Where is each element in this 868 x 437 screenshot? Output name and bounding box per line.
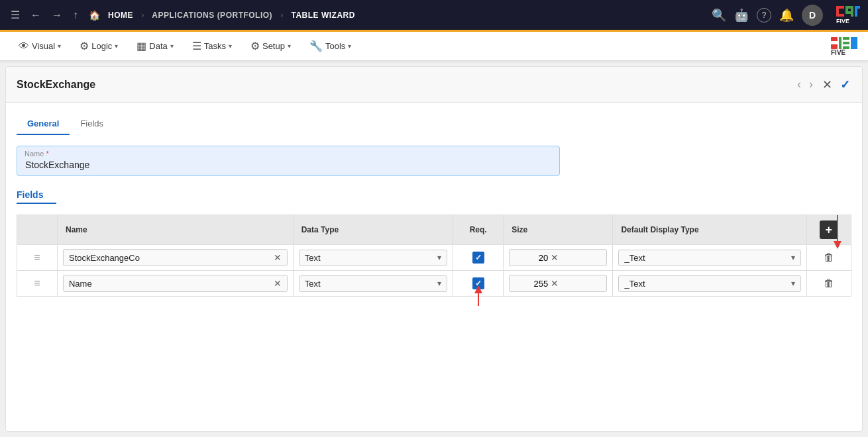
field-name-wrap-1: ✕ xyxy=(63,249,288,266)
size-input-1[interactable] xyxy=(515,253,548,263)
size-clear-1[interactable]: ✕ xyxy=(551,252,559,263)
display-text-1: _Text xyxy=(624,253,788,263)
svg-text:FIVE: FIVE xyxy=(831,49,846,56)
data-type-select-2[interactable]: Text ▾ xyxy=(299,275,447,292)
col-display-header: Default Display Type xyxy=(613,215,806,245)
user-avatar[interactable]: D xyxy=(802,5,823,26)
display-arrow-1: ▾ xyxy=(791,253,795,262)
name-input[interactable] xyxy=(17,146,560,176)
size-wrap-2: ✕ xyxy=(509,275,607,292)
required-indicator: * xyxy=(46,150,48,158)
tab-fields[interactable]: Fields xyxy=(70,113,114,135)
svg-rect-6 xyxy=(839,37,841,49)
delete-button-2[interactable]: 🗑 xyxy=(812,277,845,289)
nav-item-logic[interactable]: ⚙ Logic ▾ xyxy=(72,36,126,56)
col-name-header: Name xyxy=(57,215,293,245)
drag-handle-1[interactable]: ≡ xyxy=(23,252,52,264)
secondary-navigation: 👁 Visual ▾ ⚙ Logic ▾ ▦ Data ▾ ☰ Tasks ▾ … xyxy=(0,32,868,61)
svg-rect-5 xyxy=(831,41,838,44)
req-checkbox-cell-2 xyxy=(459,277,498,289)
type-cell-2: Text ▾ xyxy=(293,271,453,297)
svg-marker-1 xyxy=(845,6,853,17)
nav-arrows: ‹ › xyxy=(794,75,816,94)
tools-arrow: ▾ xyxy=(348,42,351,50)
up-icon[interactable]: ↑ xyxy=(70,7,81,24)
home-breadcrumb[interactable]: HOME xyxy=(108,11,133,20)
confirm-button[interactable]: ✓ xyxy=(839,76,851,93)
field-name-input-2[interactable] xyxy=(69,279,271,289)
size-input-2[interactable] xyxy=(515,279,548,289)
search-icon[interactable]: 🔍 xyxy=(712,8,726,23)
data-type-arrow-1: ▾ xyxy=(437,253,441,262)
five-logo-svg: FIVE xyxy=(836,6,860,24)
svg-marker-2 xyxy=(855,6,860,17)
field-clear-1[interactable]: ✕ xyxy=(274,252,282,263)
size-wrap-1: ✕ xyxy=(509,249,607,266)
data-type-text-2: Text xyxy=(305,279,435,289)
display-select-1[interactable]: _Text ▾ xyxy=(618,250,800,266)
tab-bar: General Fields xyxy=(17,113,851,135)
bot-icon[interactable]: 🤖 xyxy=(734,8,749,23)
col-add-header: + xyxy=(806,215,851,245)
visual-icon: 👁 xyxy=(19,40,29,52)
home-icon: 🏠 xyxy=(86,7,103,23)
svg-rect-7 xyxy=(843,37,849,40)
col-drag xyxy=(17,215,58,245)
menu-icon[interactable]: ☰ xyxy=(8,6,23,24)
req-checkbox-cell-1 xyxy=(459,252,498,264)
col-type-header: Data Type xyxy=(293,215,453,245)
help-icon[interactable]: ? xyxy=(757,8,771,23)
nav-label-visual: Visual xyxy=(32,41,55,51)
drag-cell-1: ≡ xyxy=(17,245,58,271)
add-field-button[interactable]: + xyxy=(820,220,838,239)
nav-item-data[interactable]: ▦ Data ▾ xyxy=(129,36,181,56)
display-arrow-2: ▾ xyxy=(791,279,795,288)
display-cell-1: _Text ▾ xyxy=(613,245,806,271)
tab-general[interactable]: General xyxy=(17,113,70,135)
field-clear-2[interactable]: ✕ xyxy=(274,278,282,289)
req-cell-1 xyxy=(453,245,504,271)
forward-icon[interactable]: → xyxy=(49,7,65,24)
action-wrap-1: 🗑 xyxy=(812,252,845,264)
back-icon[interactable]: ← xyxy=(28,7,44,24)
action-cell-2: 🗑 xyxy=(806,271,851,297)
field-name-input-1[interactable] xyxy=(69,253,271,263)
nav-item-tasks[interactable]: ☰ Tasks ▾ xyxy=(184,36,240,56)
nav-label-data: Data xyxy=(149,41,167,51)
setup-icon: ⚙ xyxy=(250,40,260,52)
portfolio-breadcrumb[interactable]: APPLICATIONS (PORTFOLIO) xyxy=(152,11,272,20)
nav-item-tools[interactable]: 🔧 Tools ▾ xyxy=(301,36,359,56)
svg-rect-8 xyxy=(843,42,849,44)
data-arrow: ▾ xyxy=(170,42,174,50)
nav-item-visual[interactable]: 👁 Visual ▾ xyxy=(11,36,69,56)
req-checkbox-1[interactable] xyxy=(472,252,484,264)
svg-marker-0 xyxy=(836,6,844,17)
col-req-header: Req. xyxy=(453,215,504,245)
next-arrow[interactable]: › xyxy=(806,75,816,94)
svg-text:FIVE: FIVE xyxy=(836,18,849,24)
main-panel: StockExchange ‹ › ✕ ✓ General Fields Nam… xyxy=(5,66,863,432)
wizard-breadcrumb[interactable]: TABLE WIZARD xyxy=(291,11,354,20)
data-type-arrow-2: ▾ xyxy=(437,279,441,288)
bell-icon[interactable]: 🔔 xyxy=(779,8,794,23)
data-type-select-1[interactable]: Text ▾ xyxy=(299,250,447,266)
separator2: › xyxy=(280,10,283,20)
data-type-text-1: Text xyxy=(305,253,435,263)
nav-label-tools: Tools xyxy=(325,41,345,51)
nav-item-setup[interactable]: ⚙ Setup ▾ xyxy=(243,36,299,56)
fields-section-title: Fields xyxy=(17,189,56,204)
close-button[interactable]: ✕ xyxy=(821,76,834,93)
size-clear-2[interactable]: ✕ xyxy=(551,278,559,289)
panel-body: General Fields Name * Fields Name Data T… xyxy=(6,103,862,431)
req-checkbox-2[interactable] xyxy=(472,277,484,289)
prev-arrow[interactable]: ‹ xyxy=(794,75,804,94)
drag-handle-2[interactable]: ≡ xyxy=(23,277,52,289)
five-brand-logo: FIVE xyxy=(836,6,860,24)
delete-button-1[interactable]: 🗑 xyxy=(812,252,845,264)
action-cell-1: 🗑 xyxy=(806,245,851,271)
display-select-2[interactable]: _Text ▾ xyxy=(618,275,800,292)
size-cell-1: ✕ xyxy=(504,245,613,271)
panel-header-actions: ‹ › ✕ ✓ xyxy=(794,75,851,94)
table-header: Name Data Type Req. Size Default Display… xyxy=(17,215,851,245)
five-brand-svg: FIVE xyxy=(831,37,857,56)
